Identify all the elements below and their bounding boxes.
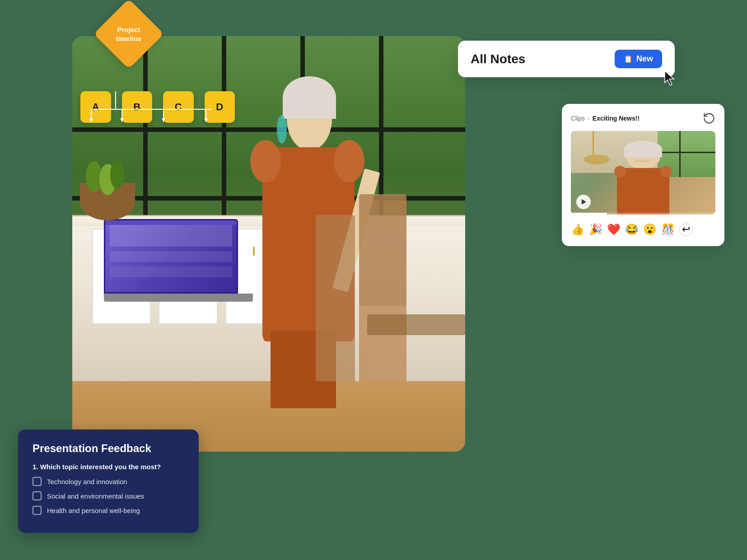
chair-1 — [359, 194, 406, 381]
video-player[interactable] — [571, 131, 715, 215]
reaction-party[interactable]: 🎊 — [661, 223, 675, 236]
feedback-option-2[interactable]: Social and environmental issues — [33, 491, 184, 500]
reactions-row: 👍 🎉 ❤️ 😂 😮 🎊 ↩ — [571, 221, 715, 238]
clips-current: Exciting News!! — [593, 115, 640, 122]
new-button-label: New — [636, 54, 653, 64]
checkbox-1[interactable] — [33, 477, 42, 486]
fruit-bowl — [80, 161, 135, 223]
new-button-clipboard-icon: 📋 — [624, 55, 633, 63]
feedback-option-3[interactable]: Health and personal well-being — [33, 506, 184, 515]
reaction-heart[interactable]: ❤️ — [607, 223, 621, 236]
feedback-option-1-text: Technology and innovation — [47, 478, 127, 485]
reaction-laugh[interactable]: 😂 — [625, 223, 639, 236]
reaction-custom[interactable]: ↩ — [679, 223, 693, 236]
feedback-option-2-text: Social and environmental issues — [47, 492, 144, 500]
all-notes-title: All Notes — [471, 52, 525, 66]
clips-widget: Clips › Exciting News!! — [562, 104, 724, 246]
feedback-question: 1. Which topic interested you the most? — [33, 463, 184, 471]
all-notes-widget: All Notes 📋 New — [458, 41, 675, 77]
clips-breadcrumb: Clips › Exciting News!! — [571, 115, 640, 122]
video-person — [614, 140, 672, 215]
play-icon — [582, 199, 586, 205]
reaction-thumbsup[interactable]: 👍 — [571, 223, 584, 236]
refresh-button[interactable] — [703, 112, 715, 125]
video-progress-bar[interactable] — [571, 213, 715, 215]
cursor-arrow — [663, 70, 676, 88]
reaction-clap[interactable]: 🎉 — [589, 223, 602, 236]
chair-2 — [316, 215, 355, 381]
video-progress-fill — [571, 213, 607, 215]
tree-lines-svg — [81, 91, 226, 127]
svg-marker-8 — [162, 118, 165, 122]
feedback-option-1[interactable]: Technology and innovation — [33, 477, 184, 486]
play-button[interactable] — [576, 195, 591, 209]
clips-parent[interactable]: Clips — [571, 115, 585, 122]
laptop — [104, 219, 253, 319]
reaction-wow[interactable]: 😮 — [643, 223, 657, 236]
breadcrumb-separator: › — [588, 115, 590, 122]
timeline-title: Project timeline — [116, 25, 142, 43]
timeline-diamond: Project timeline — [93, 0, 164, 69]
feedback-widget: Presentation Feedback 1. Which topic int… — [18, 429, 199, 533]
feedback-title: Presentation Feedback — [33, 442, 184, 455]
checkbox-2[interactable] — [33, 491, 42, 500]
video-thumbnail — [571, 131, 715, 215]
timeline-tree: A B C D — [81, 91, 235, 123]
clips-header: Clips › Exciting News!! — [571, 112, 715, 125]
dining-table — [367, 314, 466, 335]
checkbox-3[interactable] — [33, 506, 42, 515]
timeline-widget: Project timeline A — [72, 9, 235, 123]
svg-marker-7 — [120, 118, 124, 122]
new-button[interactable]: 📋 New — [615, 50, 662, 68]
svg-marker-6 — [89, 118, 93, 122]
feedback-option-3-text: Health and personal well-being — [47, 507, 140, 514]
svg-marker-9 — [204, 118, 208, 122]
